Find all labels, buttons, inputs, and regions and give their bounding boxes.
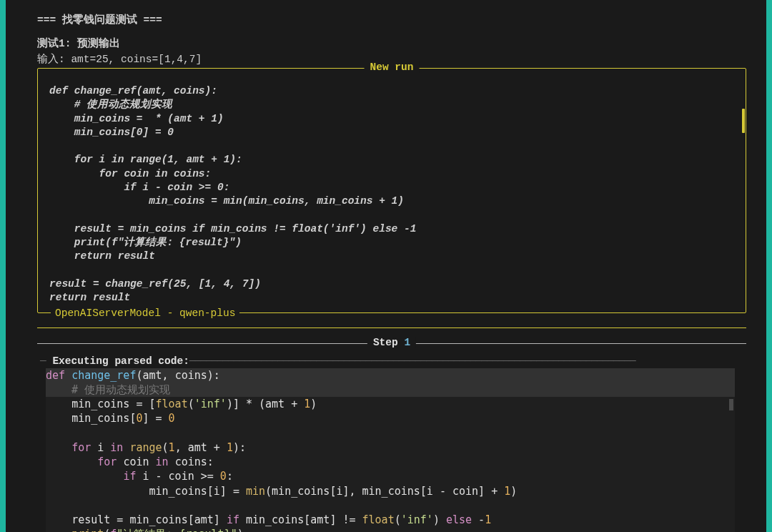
terminal-panel: === 找零钱问题测试 === 测试1: 预测输出 输入: amt=25, co… bbox=[6, 0, 766, 532]
step-header: Step 1 bbox=[37, 337, 746, 348]
executing-label: ─ Executing parsed code: ───────────────… bbox=[40, 355, 766, 367]
scrollbar-thumb-inner[interactable] bbox=[729, 399, 733, 410]
model-label: OpenAIServerModel - qwen-plus bbox=[51, 307, 239, 319]
new-run-label: New run bbox=[365, 61, 420, 73]
step-label: Step 1 bbox=[367, 337, 416, 348]
new-run-code: def change_ref(amt, coins): # 使用动态规划实现 m… bbox=[49, 84, 734, 305]
scrollbar-thumb[interactable] bbox=[742, 109, 745, 133]
parsed-code-block: def change_ref(amt, coins): # 使用动态规划实现 m… bbox=[46, 368, 735, 532]
test-title: 测试1: 预测输出 bbox=[37, 36, 766, 50]
section-title: === 找零钱问题测试 === bbox=[37, 13, 766, 26]
new-run-box: New run def change_ref(amt, coins): # 使用… bbox=[37, 68, 746, 313]
separator-rule bbox=[37, 327, 746, 328]
